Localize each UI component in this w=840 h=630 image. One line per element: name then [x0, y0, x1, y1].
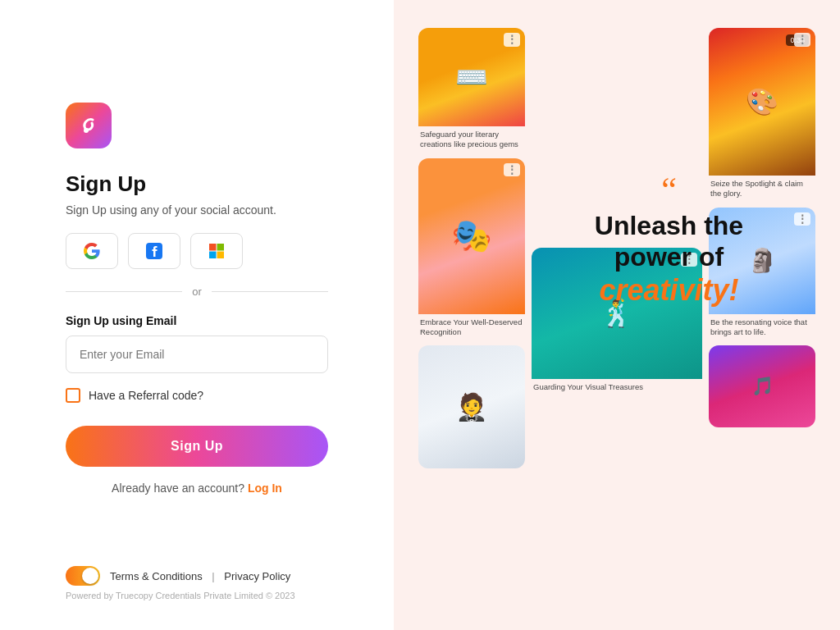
svg-point-1: [84, 128, 89, 133]
left-panel: Sign Up Sign Up using any of your social…: [0, 0, 394, 630]
login-link[interactable]: Log In: [248, 482, 282, 495]
svg-rect-5: [209, 252, 217, 259]
dancers-image: 🕺: [532, 248, 702, 379]
divider-text: or: [192, 285, 202, 298]
mosaic-layout: ⌨️ ⋮ Safeguard your literary creations l…: [410, 20, 824, 610]
card-menu-bust[interactable]: ⋮: [504, 163, 520, 177]
page-subtitle: Sign Up using any of your social account…: [66, 203, 328, 217]
card-statue: 🗿 ⋮ Be the resonating voice that brings …: [709, 208, 815, 340]
card-dancers: 🕺 ⋮ Guarding Your Visual Treasures: [532, 248, 702, 394]
social-buttons-row: [66, 233, 328, 269]
toggle-knob: [82, 568, 98, 584]
privacy-link[interactable]: Privacy Policy: [224, 570, 290, 582]
card-caption-typewriter: Safeguard your literary creations like p…: [418, 126, 525, 152]
card-caption-statue: Be the resonating voice that brings art …: [709, 314, 815, 340]
card-caption-bust: Embrace Your Well-Deserved Recognition: [418, 314, 525, 340]
svg-rect-4: [217, 244, 225, 251]
card-caption-dancers: Guarding Your Visual Treasures: [532, 379, 702, 394]
card-painting: 🎨 0:38 ⋮ Seize the Spotlight & claim the…: [709, 28, 815, 201]
card-bust: 🎭 ⋮ Embrace Your Well-Deserved Recogniti…: [418, 158, 525, 340]
signup-button[interactable]: Sign Up: [66, 426, 328, 467]
logo-wrap: [66, 103, 328, 148]
card-menu-dancers[interactable]: ⋮: [681, 253, 697, 267]
bust-image: 🎭: [418, 158, 525, 314]
login-row: Already have an account? Log In: [66, 482, 328, 495]
app-logo: [66, 103, 112, 148]
divider-line-right: [212, 291, 328, 292]
card-typewriter: ⌨️ ⋮ Safeguard your literary creations l…: [418, 28, 525, 152]
painting-image: 🎨: [709, 28, 815, 176]
powered-by: Powered by Truecopy Credentials Private …: [66, 591, 328, 600]
card-caption-painting: Seize the Spotlight & claim the glory.: [709, 176, 815, 201]
already-account-text: Already have an account?: [112, 482, 244, 495]
page-title: Sign Up: [66, 171, 328, 197]
concert-image: 🎵: [709, 345, 815, 427]
email-input[interactable]: [66, 336, 328, 373]
toggle-row: Terms & Conditions | Privacy Policy: [66, 566, 328, 586]
google-sign-in-button[interactable]: [66, 233, 118, 269]
svg-rect-3: [209, 244, 217, 251]
mosaic-col-1: ⌨️ ⋮ Safeguard your literary creations l…: [418, 28, 525, 602]
mosaic-col-3: 🎨 0:38 ⋮ Seize the Spotlight & claim the…: [709, 28, 815, 602]
referral-label: Have a Referral code?: [89, 389, 203, 402]
terms-link[interactable]: Terms & Conditions: [110, 570, 203, 582]
microsoft-sign-in-button[interactable]: [190, 233, 243, 269]
terms-toggle[interactable]: [66, 566, 100, 586]
footer-area: Terms & Conditions | Privacy Policy Powe…: [66, 566, 328, 600]
footer-links: Terms & Conditions | Privacy Policy: [110, 570, 290, 582]
card-mime: 🤵: [418, 345, 525, 468]
card-menu-painting[interactable]: ⋮: [794, 33, 810, 47]
svg-point-0: [75, 112, 103, 139]
card-concert: 🎵: [709, 345, 815, 427]
mosaic-col-2: 🕺 ⋮ Guarding Your Visual Treasures: [532, 28, 702, 602]
card-menu-typewriter[interactable]: ⋮: [504, 33, 520, 47]
footer-separator: |: [212, 570, 214, 582]
divider-line-left: [66, 291, 182, 292]
divider: or: [66, 285, 328, 298]
facebook-sign-in-button[interactable]: [128, 233, 180, 269]
right-panel: “ Unleash the power of creativity! ⌨️ ⋮ …: [394, 0, 840, 630]
referral-row: Have a Referral code?: [66, 388, 328, 403]
text-overlay-spacer: [532, 28, 702, 241]
mime-image: 🤵: [418, 345, 525, 468]
referral-checkbox[interactable]: [66, 388, 80, 403]
card-menu-statue[interactable]: ⋮: [794, 212, 810, 226]
email-label: Sign Up using Email: [66, 314, 328, 327]
svg-rect-6: [217, 252, 225, 259]
